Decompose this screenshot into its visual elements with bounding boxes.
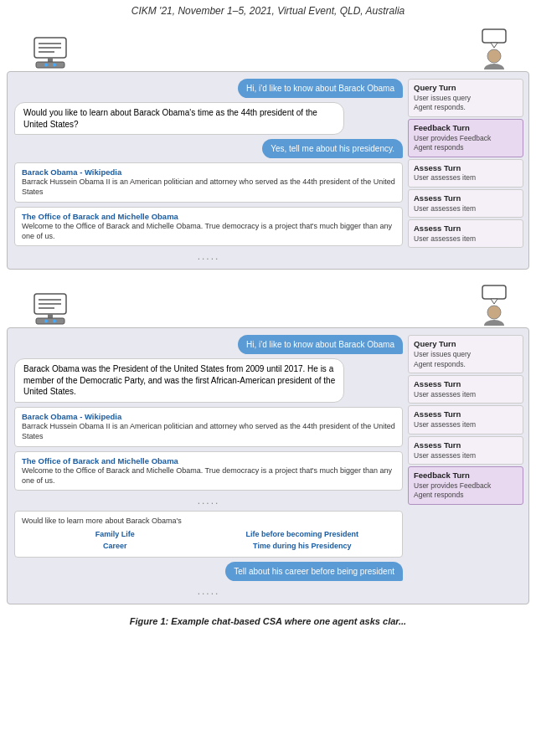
turn-2-assess-1: Assess Turn User assesses item [408,375,523,404]
svg-point-22 [487,306,501,319]
turn-2-feedback: Feedback Turn User provides FeedbackAgen… [408,466,523,505]
svg-rect-4 [48,58,53,62]
suggestion-intro: Would like to learn more about Barack Ob… [22,516,395,527]
bubble-user-2-2: Tell about his career before being presi… [225,562,403,581]
result-body-1-1: Barrack Hussein Obama II is an American … [22,177,395,197]
result-title-2-1: Barack Obama - Wikipedia [22,412,395,422]
chat-area-1: Hi, i'd like to know about Barack Obama … [14,79,403,262]
icons-row-1 [0,20,536,69]
bot-icon-2 [25,280,75,326]
svg-point-11 [484,64,504,69]
turn-2-assess-2: Assess Turn User assesses item [408,405,523,434]
user-icon-1 [477,23,511,69]
chip-grid: Family Life Life before becoming Preside… [22,529,395,553]
svg-point-18 [44,320,48,323]
bubble-agent-2-1: Barack Obama was the President of the Un… [14,358,344,403]
result-body-2-1: Barrack Hussein Obama II is an American … [22,422,395,441]
chip-career[interactable]: Career [22,541,209,553]
user-icon-2 [477,280,511,326]
scenario-1-block: Hi, i'd like to know about Barack Obama … [7,71,529,270]
result-title-1-1: Barack Obama - Wikipedia [22,167,395,177]
result-2-2: The Office of Barack and Michelle Obama … [14,451,403,491]
chip-life-before[interactable]: Life before becoming President [209,529,396,541]
scenario-2-block: Hi, i'd like to know about Barack Obama … [7,327,529,604]
bot-icon-1 [25,23,75,69]
turn-1-assess-1: Assess Turn User assesses item [408,159,523,188]
bubble-user-1-1: Hi, i'd like to know about Barack Obama [238,79,403,98]
dots-2-1: ..... [14,495,403,507]
dots-1: ..... [14,250,403,262]
turn-1-assess-2: Assess Turn User assesses item [408,189,523,218]
turns-panel-1: Query Turn User issues queryAgent respon… [408,79,523,262]
svg-marker-21 [491,299,497,304]
chip-time-presidency[interactable]: Time during his Presidency [209,541,396,553]
result-title-1-2: The Office of Barack and Michelle Obama [22,212,395,222]
svg-rect-5 [36,62,64,68]
turn-1-query: Query Turn User issues queryAgent respon… [408,79,523,117]
icons-row-2 [0,276,536,326]
dots-2-2: ..... [14,585,403,597]
result-body-2-2: Welcome to the Office of Barack and Mich… [22,466,395,486]
svg-point-6 [44,64,48,67]
turn-1-feedback: Feedback Turn User provides FeedbackAgen… [408,119,523,157]
turn-2-assess-3: Assess Turn User assesses item [408,436,523,465]
svg-point-23 [484,320,504,326]
result-1-1: Barack Obama - Wikipedia Barrack Hussein… [14,162,403,203]
result-title-2-2: The Office of Barack and Michelle Obama [22,456,395,466]
result-2-1: Barack Obama - Wikipedia Barrack Hussein… [14,407,403,447]
turns-panel-2: Query Turn User issues queryAgent respon… [408,335,523,596]
result-1-2: The Office of Barack and Michelle Obama … [14,207,403,247]
svg-point-19 [53,320,56,323]
svg-rect-20 [482,285,506,299]
svg-rect-8 [482,29,506,43]
suggestion-block: Would like to learn more about Barack Ob… [14,511,403,558]
bubble-user-2-1: Hi, i'd like to know about Barack Obama [238,335,403,354]
page-title: CIKM '21, November 1–5, 2021, Virtual Ev… [0,0,536,20]
chat-area-2: Hi, i'd like to know about Barack Obama … [14,335,403,596]
bubble-agent-1-1: Would you like to learn about Barack Oba… [14,102,344,135]
svg-marker-9 [491,43,497,48]
svg-point-7 [53,64,56,67]
turn-1-assess-3: Assess Turn User assesses item [408,219,523,248]
bubble-user-1-2: Yes, tell me about his presidency. [262,139,403,158]
turn-2-query: Query Turn User issues queryAgent respon… [408,335,523,373]
figure-caption: Figure 1: Example chat-based CSA where o… [0,611,536,630]
svg-rect-17 [36,318,64,324]
result-body-1-2: Welcome to the Office of Barack and Mich… [22,222,395,241]
svg-point-10 [487,49,501,63]
svg-rect-16 [48,314,53,318]
chip-family-life[interactable]: Family Life [22,529,209,541]
